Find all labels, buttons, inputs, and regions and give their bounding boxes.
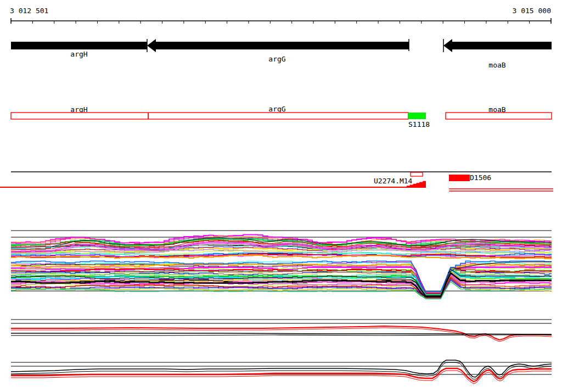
probe-open-box[interactable] (411, 172, 423, 176)
transcription-unit-box-1[interactable] (446, 113, 552, 119)
gene-arrow-moab[interactable] (452, 42, 552, 49)
browser-graphics (0, 0, 562, 392)
gene-arrow-argg[interactable] (156, 42, 409, 49)
probe-bar-d1506[interactable] (449, 175, 470, 181)
site-box-s1118[interactable] (408, 113, 426, 119)
genome-browser: 3 012 501 3 015 000 argH argG moaB argH … (0, 0, 562, 392)
gene-arrow-argh[interactable] (11, 42, 147, 49)
track3-red-line-thin (11, 371, 552, 384)
track2-black-line-1 (11, 335, 552, 335)
gene-arrow-argg-arrowhead[interactable] (147, 39, 156, 52)
gene-arrow-moab-arrowhead[interactable] (443, 39, 452, 52)
transcription-unit-box-0[interactable] (11, 113, 408, 119)
signal-wedge[interactable] (403, 180, 426, 187)
track2-black-line-0 (11, 333, 552, 334)
